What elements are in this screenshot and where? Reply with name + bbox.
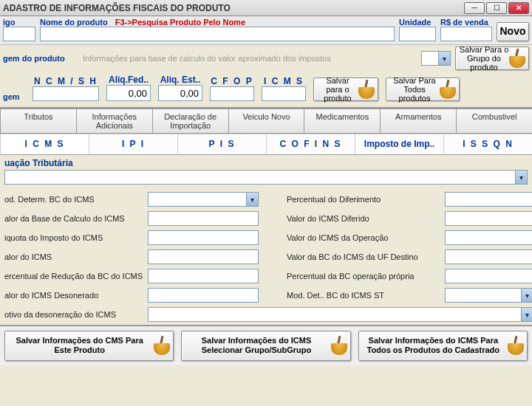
tab-issqn[interactable]: I S S Q N bbox=[443, 134, 532, 154]
tab-icms[interactable]: I C M S bbox=[0, 134, 89, 154]
tab-declaracao-importacao[interactable]: Declaração de Importação bbox=[152, 109, 229, 133]
bottom-actions: Salvar Informações do CMS Para Este Prod… bbox=[0, 325, 532, 365]
unidade-label: Unidade bbox=[399, 18, 436, 27]
lbl-icms-desonerado: alor do ICMS Desonerado bbox=[4, 291, 145, 300]
nome-label: Nome do produto bbox=[40, 18, 108, 27]
cfop-input[interactable] bbox=[210, 86, 254, 101]
aliquota-input[interactable] bbox=[148, 230, 259, 245]
aliqest-input[interactable] bbox=[158, 85, 202, 101]
tab-ipi[interactable]: I P I bbox=[89, 134, 178, 154]
motivo-desoneracao-combo[interactable] bbox=[148, 307, 532, 322]
icms-input[interactable] bbox=[262, 86, 306, 101]
mod-bc-combo[interactable] bbox=[148, 192, 259, 207]
lbl-mod-bc: od. Determ. BC do ICMS bbox=[4, 195, 145, 204]
tab-armamentos[interactable]: Armamentos bbox=[380, 109, 457, 133]
broom-icon bbox=[154, 336, 170, 355]
aliqfed-input[interactable] bbox=[106, 85, 151, 101]
ncm-row: gem N C M / S H Aliq.Fed.. Aliq. Est.. C… bbox=[0, 72, 532, 109]
preco-input[interactable] bbox=[440, 27, 492, 41]
lbl-perc-bc-propria: Percentual da BC operação própria bbox=[287, 272, 442, 281]
salvar-todos-label: Salvar Para Todos produtos bbox=[389, 76, 440, 103]
broom-icon bbox=[331, 336, 347, 355]
minimize-button[interactable]: ─ bbox=[464, 2, 485, 14]
tab-tributos[interactable]: Tributos bbox=[0, 109, 77, 133]
tab-pis[interactable]: P I S bbox=[177, 134, 267, 154]
tab-imposto-imp[interactable]: Imposto de Imp.. bbox=[355, 134, 444, 154]
window-title: ADASTRO DE INFORMAÇÕES FISCAIS DO PRODUT… bbox=[3, 3, 231, 13]
codigo-input[interactable] bbox=[3, 27, 35, 41]
tab-combustivel[interactable]: Combustivel bbox=[456, 109, 532, 133]
icms-form: od. Determ. BC do ICMS Percentual do Dif… bbox=[0, 189, 532, 325]
perc-bc-propria-input[interactable] bbox=[445, 269, 532, 283]
main-tabs: Tributos Informações Adicionais Declaraç… bbox=[0, 109, 532, 134]
broom-icon bbox=[509, 49, 525, 68]
lbl-perc-reducao: ercentual de Redução da BC do ICMS bbox=[4, 272, 145, 281]
salvar-todos-cad-label: Salvar Informações do ICMS Para Todos os… bbox=[362, 336, 505, 355]
salvar-todos-cadastrado-button[interactable]: Salvar Informações do ICMS Para Todos os… bbox=[358, 331, 528, 360]
icms-diferido-input[interactable] bbox=[445, 211, 532, 226]
salvar-produto-label: Salvar para o produto bbox=[317, 76, 358, 103]
perc-dif-input[interactable] bbox=[445, 192, 532, 207]
sub-tabs: I C M S I P I P I S C O F I N S Imposto … bbox=[0, 134, 532, 155]
ncm-header: N C M / S H bbox=[34, 76, 98, 86]
window-buttons: ─ ☐ ✕ bbox=[464, 2, 529, 14]
salvar-grupo-sub-label: Salvar Informações do ICMS Selecionar Gr… bbox=[185, 336, 327, 355]
mod-bc-st-combo[interactable] bbox=[445, 288, 532, 303]
salvar-todos-button[interactable]: Salvar Para Todos produtos bbox=[386, 78, 460, 101]
chevron-down-icon bbox=[438, 52, 450, 65]
salvar-grupo-button[interactable]: Salvar Para o Grupo do produto bbox=[455, 47, 529, 70]
aliqest-header: Aliq. Est.. bbox=[160, 75, 201, 85]
base-calc-input[interactable] bbox=[148, 211, 259, 226]
lbl-perc-dif: Percentual do Diferimento bbox=[287, 195, 442, 204]
tab-medicamentos[interactable]: Medicamentos bbox=[304, 109, 381, 133]
nome-input[interactable] bbox=[40, 27, 395, 41]
salvar-este-label: Salvar Informações do CMS Para Este Prod… bbox=[8, 336, 151, 355]
broom-icon bbox=[508, 336, 524, 355]
lbl-bc-uf-destino: Valor da BC do ICMS da UF Destino bbox=[287, 252, 442, 261]
broom-icon bbox=[358, 80, 375, 99]
lbl-base-calc: alor da Base de Calculo do ICMS bbox=[4, 214, 145, 223]
valor-icms-input[interactable] bbox=[148, 250, 259, 264]
salvar-grupo-label: Salvar Para o Grupo do produto bbox=[459, 45, 509, 72]
cfop-header: C F O P bbox=[211, 76, 253, 86]
salvar-este-produto-button[interactable]: Salvar Informações do CMS Para Este Prod… bbox=[4, 331, 174, 360]
tab-info-adicionais[interactable]: Informações Adicionais bbox=[76, 109, 153, 133]
icms-header: I C M S bbox=[264, 76, 304, 86]
origem-produto-label: gem do produto bbox=[3, 54, 77, 63]
preco-label: R$ de venda bbox=[440, 18, 492, 27]
lbl-mod-bc-st: Mod. Det.. BC do ICMS ST bbox=[287, 291, 442, 300]
salvar-produto-button[interactable]: Salvar para o produto bbox=[313, 78, 378, 101]
origem-label: gem bbox=[3, 92, 25, 101]
aliqfed-header: Aliq.Fed.. bbox=[109, 75, 149, 85]
ncm-input[interactable] bbox=[33, 86, 99, 101]
icms-desonerado-input[interactable] bbox=[148, 288, 259, 303]
lbl-icms-operacao: Valor do ICMS da Operação bbox=[287, 233, 442, 242]
chevron-down-icon bbox=[515, 171, 527, 184]
unidade-input[interactable] bbox=[399, 27, 436, 41]
maximize-button[interactable]: ☐ bbox=[486, 2, 507, 14]
window-titlebar: ADASTRO DE INFORMAÇÕES FISCAIS DO PRODUT… bbox=[0, 0, 532, 16]
bc-uf-destino-input[interactable] bbox=[445, 250, 532, 264]
broom-icon bbox=[440, 80, 456, 99]
chevron-down-icon bbox=[246, 193, 258, 206]
perc-reducao-input[interactable] bbox=[148, 269, 259, 283]
origem-combo[interactable] bbox=[421, 51, 451, 66]
pesquisa-hint: F3->Pesquisa Produto Pelo Nome bbox=[115, 18, 245, 27]
impostos-hint: Informações para base de calculo do valo… bbox=[81, 51, 417, 66]
chevron-down-icon bbox=[521, 289, 532, 302]
header-row: igo Nome do produto F3->Pesquisa Produto… bbox=[0, 16, 532, 45]
situacao-label: uação Tributária bbox=[0, 155, 532, 170]
novo-button[interactable]: Novo bbox=[497, 22, 529, 41]
codigo-label: igo bbox=[3, 18, 35, 27]
origem-row: gem do produto Informações para base de … bbox=[0, 45, 532, 72]
lbl-icms-diferido: Valor do ICMS Diferido bbox=[287, 214, 442, 223]
close-button[interactable]: ✕ bbox=[508, 2, 529, 14]
lbl-motivo-desoneracao: otivo da desoneração do ICMS bbox=[4, 310, 145, 319]
tab-veiculo-novo[interactable]: Veiculo Novo bbox=[228, 109, 305, 133]
lbl-aliquota: iquota do Imposto do ICMS bbox=[4, 233, 145, 242]
tab-cofins[interactable]: C O F I N S bbox=[266, 134, 355, 154]
lbl-valor-icms: alor do ICMS bbox=[4, 252, 145, 261]
situacao-combo[interactable] bbox=[4, 170, 528, 185]
icms-operacao-input[interactable] bbox=[445, 230, 532, 245]
salvar-grupo-subgrupo-button[interactable]: Salvar Informações do ICMS Selecionar Gr… bbox=[181, 331, 350, 360]
